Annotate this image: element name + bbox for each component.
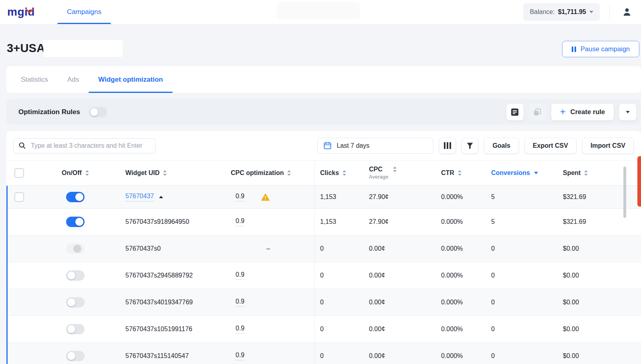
spent-value: $321.69 xyxy=(563,218,586,225)
cpc-optimization-value[interactable]: 0.9 xyxy=(236,217,244,226)
conversions-value: 5 xyxy=(491,218,495,225)
warning-icon[interactable] xyxy=(261,193,270,201)
cpc-optimization-value[interactable]: 0.9 xyxy=(236,271,244,280)
pause-icon xyxy=(572,46,576,52)
import-csv-button[interactable]: Import CSV xyxy=(582,138,634,154)
cpc-optimization-value[interactable]: 0.9 xyxy=(236,193,244,201)
clicks-value: 0 xyxy=(320,272,324,279)
clicks-value: 0 xyxy=(320,352,324,360)
sort-arrows-icon[interactable] xyxy=(343,170,346,176)
cpc-value: 0.00¢ xyxy=(369,352,385,360)
row-checkbox[interactable] xyxy=(14,192,24,202)
cpc-value: 0.00¢ xyxy=(369,245,385,252)
page-title: 3+USA xyxy=(7,42,45,55)
ctr-value: 0.000% xyxy=(441,193,463,201)
tab-statistics[interactable]: Statistics xyxy=(11,66,58,93)
date-range-picker[interactable]: Last 7 days xyxy=(317,138,433,154)
columns-settings-button[interactable] xyxy=(439,138,456,154)
optimization-rules-toggle[interactable] xyxy=(89,107,107,117)
rules-log-button[interactable] xyxy=(506,104,524,121)
sort-arrows-icon[interactable] xyxy=(287,170,291,176)
table-row: 57670437s9189649500.91,15327.90¢0.000%5$… xyxy=(8,209,641,235)
topbar-divider xyxy=(609,5,610,19)
campaign-tabs: Statistics Ads Widget optimization xyxy=(6,66,641,93)
widget-search[interactable] xyxy=(13,138,156,153)
redacted-header-block xyxy=(277,2,360,19)
spent-value: $0.00 xyxy=(563,272,579,279)
widget-uid-link[interactable]: 57670437 xyxy=(125,193,154,201)
header-ctr[interactable]: CTR xyxy=(435,169,485,177)
table-body: 576704370.91,15327.90¢0.000%5$321.695767… xyxy=(6,186,641,364)
ctr-value: 0.000% xyxy=(441,218,463,225)
header-clicks[interactable]: Clicks xyxy=(314,169,363,177)
header-spent[interactable]: Spent xyxy=(555,169,641,177)
spent-value: $0.00 xyxy=(563,352,579,360)
ctr-value: 0.000% xyxy=(441,245,463,252)
feedback-side-tab[interactable] xyxy=(637,156,641,207)
row-on-off-toggle[interactable] xyxy=(66,297,85,308)
copy-icon xyxy=(533,108,542,117)
calendar-icon xyxy=(324,142,331,149)
spent-value: $0.00 xyxy=(563,326,579,333)
sort-arrows-icon[interactable] xyxy=(393,167,397,172)
row-on-off-toggle[interactable] xyxy=(66,192,85,202)
search-input[interactable] xyxy=(30,142,151,150)
create-rule-button[interactable]: + Create rule xyxy=(551,104,614,121)
caret-down-icon xyxy=(626,111,630,113)
balance-value: $1,711.95 xyxy=(558,8,586,16)
header-conversions[interactable]: Conversions xyxy=(485,169,555,177)
sort-desc-caret-icon xyxy=(534,172,538,174)
widget-uid-value: 57670437s1051991176 xyxy=(125,326,192,333)
spent-value: $321.69 xyxy=(563,193,586,201)
header-widget-uid[interactable]: Widget UID xyxy=(120,169,224,177)
table-row: 57670437s10519911760.900.00¢0.000%0$0.00 xyxy=(8,316,641,343)
sort-arrows-icon[interactable] xyxy=(85,170,89,176)
table-row: 57670437s1151405470.900.00¢0.000%0$0.00 xyxy=(8,343,641,364)
export-csv-button[interactable]: Export CSV xyxy=(524,138,576,154)
person-icon xyxy=(622,7,632,17)
filter-button[interactable] xyxy=(462,138,478,154)
row-on-off-toggle[interactable] xyxy=(66,217,85,227)
header-cpc[interactable]: CPC Average xyxy=(363,166,435,180)
conversions-value: 0 xyxy=(491,326,495,333)
top-bar: mgid Campaigns Balance: $1,711.95 xyxy=(0,0,641,24)
sort-arrows-icon[interactable] xyxy=(458,170,462,176)
cpc-optimization-empty: – xyxy=(266,245,270,252)
row-on-off-toggle[interactable] xyxy=(66,270,85,281)
tab-ads[interactable]: Ads xyxy=(58,66,89,93)
collapse-caret-icon[interactable] xyxy=(159,196,163,198)
create-rule-more-button[interactable] xyxy=(619,104,636,121)
header-cpc-optimization[interactable]: CPC optimization xyxy=(224,169,314,177)
clicks-value: 1,153 xyxy=(320,193,336,201)
mgid-logo[interactable]: mgid xyxy=(7,6,35,18)
goals-button[interactable]: Goals xyxy=(484,138,518,154)
table-toolbar: Last 7 days Goals Export CSV Import CSV xyxy=(6,131,641,160)
table-row: 57670437s40193477690.900.00¢0.000%0$0.00 xyxy=(8,289,641,316)
sort-arrows-icon[interactable] xyxy=(163,170,167,176)
cpc-optimization-value[interactable]: 0.9 xyxy=(236,298,244,307)
tab-widget-optimization[interactable]: Widget optimization xyxy=(89,66,172,93)
row-on-off-toggle[interactable] xyxy=(66,351,85,361)
select-all-checkbox[interactable] xyxy=(14,168,24,178)
vertical-scrollbar[interactable] xyxy=(623,167,626,218)
nav-campaigns[interactable]: Campaigns xyxy=(57,0,111,24)
ctr-value: 0.000% xyxy=(441,272,463,279)
spent-value: $0.00 xyxy=(563,299,579,306)
cpc-optimization-value[interactable]: 0.9 xyxy=(236,325,244,334)
sort-arrows-icon[interactable] xyxy=(584,170,588,176)
balance-dropdown[interactable]: Balance: $1,711.95 xyxy=(523,3,600,21)
pause-campaign-button[interactable]: Pause campaign xyxy=(562,41,639,57)
conversions-value: 0 xyxy=(491,272,495,279)
search-icon xyxy=(18,142,26,149)
table-row: 57670437s29458897920.900.00¢0.000%0$0.00 xyxy=(8,262,641,289)
cpc-optimization-value[interactable]: 0.9 xyxy=(236,352,244,360)
ctr-value: 0.000% xyxy=(441,326,463,333)
funnel-icon xyxy=(466,142,474,149)
plus-icon: + xyxy=(560,107,566,117)
widgets-table: On/Off Widget UID CPC optimization Click… xyxy=(6,160,641,364)
user-menu-button[interactable] xyxy=(618,3,636,21)
row-on-off-toggle[interactable] xyxy=(66,324,85,334)
conversions-value: 0 xyxy=(491,299,495,306)
table-row: 57670437s0–00.00¢0.000%0$0.00 xyxy=(8,235,641,262)
header-on-off[interactable]: On/Off xyxy=(30,169,120,177)
